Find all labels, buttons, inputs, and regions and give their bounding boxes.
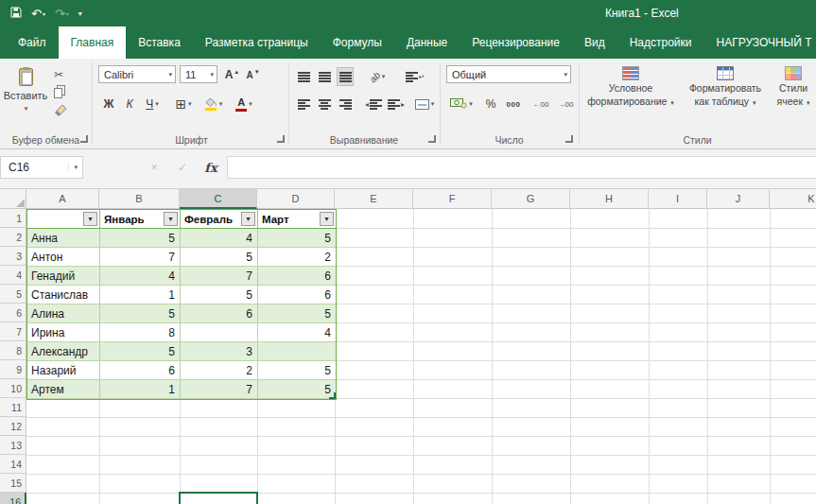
cell-C10[interactable]: 7: [181, 380, 258, 398]
select-all-corner[interactable]: [0, 189, 26, 209]
cut-button[interactable]: ✂: [51, 66, 85, 82]
row-header-8[interactable]: 8: [0, 341, 26, 360]
row-header-4[interactable]: 4: [0, 266, 26, 285]
cell-A4[interactable]: Генадий: [27, 267, 100, 285]
cell-B9[interactable]: 6: [100, 361, 181, 379]
borders-button[interactable]: ⊞ ▾: [170, 95, 197, 113]
align-top-button[interactable]: [295, 67, 312, 86]
number-dialog-launcher[interactable]: [565, 135, 573, 143]
cell-D9[interactable]: 5: [258, 361, 336, 379]
percent-style-button[interactable]: %: [482, 95, 499, 113]
format-painter-button[interactable]: [51, 104, 85, 120]
align-middle-button[interactable]: [316, 67, 333, 86]
cell-C8[interactable]: 3: [181, 342, 258, 360]
filter-button[interactable]: ▼: [241, 212, 255, 226]
undo-button[interactable]: ↶ ▾: [28, 3, 48, 24]
cell-D3[interactable]: 2: [258, 248, 336, 266]
clipboard-dialog-launcher[interactable]: [80, 135, 88, 143]
alignment-dialog-launcher[interactable]: [428, 135, 436, 143]
tab-review[interactable]: Рецензирование: [460, 26, 572, 59]
column-header-G[interactable]: G: [492, 189, 570, 209]
font-dialog-launcher[interactable]: [277, 135, 285, 143]
paste-button[interactable]: Вставить ▾: [4, 62, 47, 134]
filter-button[interactable]: ▼: [164, 212, 178, 226]
cell-D4[interactable]: 6: [258, 267, 336, 285]
row-header-3[interactable]: 3: [0, 247, 26, 266]
conditional-formatting-button[interactable]: Условное форматирование ▾: [584, 62, 677, 136]
wrap-text-button[interactable]: ↵: [401, 67, 429, 86]
filter-button[interactable]: ▼: [83, 212, 97, 226]
cell-B6[interactable]: 5: [100, 304, 181, 322]
cell-C9[interactable]: 2: [181, 361, 258, 379]
fill-color-button[interactable]: ▾: [200, 95, 227, 113]
cancel-entry-button[interactable]: ×: [142, 156, 166, 179]
cell-C3[interactable]: 5: [181, 248, 258, 266]
row-header-16[interactable]: 16: [0, 493, 26, 504]
tab-data[interactable]: Данные: [394, 26, 460, 59]
format-as-table-button[interactable]: Форматировать как таблицу ▾: [683, 62, 768, 136]
column-header-A[interactable]: A: [26, 189, 99, 209]
cell-D8[interactable]: [258, 342, 336, 360]
tab-view[interactable]: Вид: [572, 26, 617, 59]
row-header-1[interactable]: 1: [0, 209, 26, 228]
insert-function-button[interactable]: fx: [199, 156, 223, 179]
align-bottom-button[interactable]: [337, 67, 354, 86]
cell-B10[interactable]: 1: [100, 380, 181, 398]
row-header-12[interactable]: 12: [0, 417, 26, 436]
cell-A6[interactable]: Алина: [27, 304, 100, 322]
underline-button[interactable]: Ч ▾: [140, 95, 165, 113]
cell-C6[interactable]: 6: [181, 304, 258, 322]
decrease-indent-button[interactable]: ◂: [363, 95, 384, 113]
column-header-I[interactable]: I: [649, 189, 707, 209]
tab-home[interactable]: Главная: [59, 26, 127, 59]
bold-button[interactable]: Ж: [100, 95, 117, 113]
font-size-select[interactable]: 11 ▾: [180, 65, 217, 83]
tab-load-test[interactable]: НАГРУЗОЧНЫЙ Т: [704, 26, 816, 59]
row-header-5[interactable]: 5: [0, 285, 26, 304]
tab-add-ins[interactable]: Надстройки: [617, 26, 704, 59]
row-header-10[interactable]: 10: [0, 379, 26, 398]
merge-center-button[interactable]: ▾: [410, 95, 439, 113]
decrease-decimal-button[interactable]: →00: [554, 95, 577, 113]
confirm-entry-button[interactable]: ✓: [170, 156, 195, 179]
italic-button[interactable]: К: [121, 95, 138, 113]
cell-B8[interactable]: 5: [100, 342, 181, 360]
column-header-F[interactable]: F: [413, 189, 492, 209]
column-header-J[interactable]: J: [707, 189, 770, 209]
name-box[interactable]: C16 ▾: [0, 156, 83, 179]
save-button[interactable]: [8, 3, 25, 24]
row-header-9[interactable]: 9: [0, 360, 26, 379]
column-header-B[interactable]: B: [99, 189, 180, 209]
cell-A9[interactable]: Назарий: [27, 361, 100, 379]
column-header-K[interactable]: K: [770, 189, 816, 209]
increase-decimal-button[interactable]: ←00: [530, 95, 552, 113]
row-header-6[interactable]: 6: [0, 304, 26, 322]
cell-B7[interactable]: 8: [100, 323, 181, 341]
table-header-cell[interactable]: Январь▼: [100, 210, 181, 229]
row-header-15[interactable]: 15: [0, 474, 26, 493]
table-resize-handle[interactable]: [329, 392, 336, 399]
row-header-14[interactable]: 14: [0, 455, 26, 474]
cell-A10[interactable]: Артем: [27, 380, 100, 398]
table-header-cell[interactable]: Март▼: [258, 210, 336, 229]
cell-C2[interactable]: 4: [181, 229, 258, 247]
cell-styles-button[interactable]: Стили ячеек ▾: [772, 62, 815, 136]
cell-B5[interactable]: 1: [100, 286, 181, 304]
align-center-button[interactable]: [316, 95, 333, 113]
qat-customize-button[interactable]: ▾: [76, 3, 85, 24]
tab-page-layout[interactable]: Разметка страницы: [193, 26, 321, 59]
number-format-select[interactable]: Общий ▾: [446, 65, 571, 83]
cell-D10[interactable]: 5: [258, 380, 336, 398]
cell-C5[interactable]: 5: [181, 286, 258, 304]
cell-B2[interactable]: 5: [100, 229, 181, 247]
align-right-button[interactable]: [337, 95, 354, 113]
table-header-cell[interactable]: Февраль▼: [181, 210, 258, 229]
cell-C7[interactable]: [181, 323, 258, 341]
formula-input[interactable]: [227, 156, 816, 179]
font-family-select[interactable]: Calibri ▾: [98, 65, 176, 83]
filter-button[interactable]: ▼: [320, 212, 334, 226]
accounting-format-button[interactable]: ▾: [446, 95, 477, 113]
row-header-7[interactable]: 7: [0, 322, 26, 341]
cell-A2[interactable]: Анна: [27, 229, 100, 247]
cell-A7[interactable]: Ирина: [27, 323, 100, 341]
